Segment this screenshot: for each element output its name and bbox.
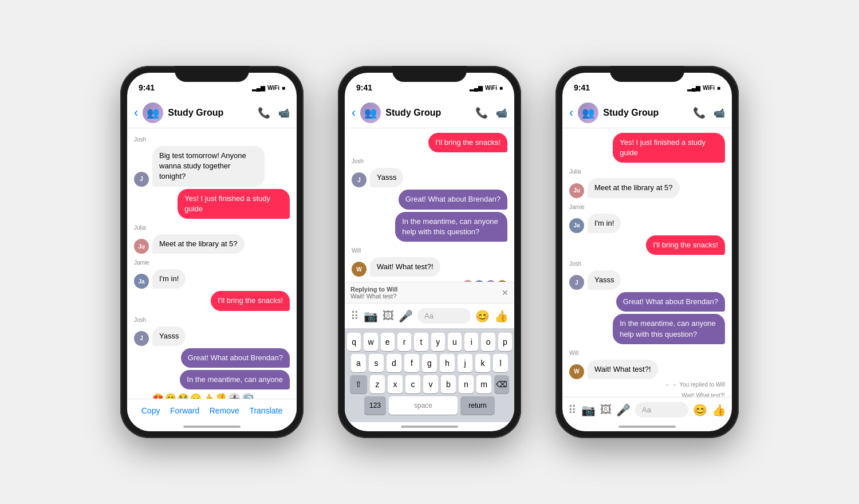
key-n[interactable]: n — [459, 375, 474, 393]
p3-bubble-3[interactable]: I'm in! — [588, 214, 621, 233]
p3-bubble-6a[interactable]: Great! What about Brendan? — [616, 292, 725, 312]
p2-bubble-2[interactable]: Yasss — [370, 168, 403, 187]
key-j[interactable]: j — [458, 354, 472, 372]
home-indicator-1 — [127, 422, 297, 431]
key-s[interactable]: s — [369, 354, 384, 372]
key-f[interactable]: f — [404, 354, 419, 372]
p3-sender-josh: Josh — [569, 261, 725, 267]
p3-msg-row-reply: ← ← You replied to Will Wait! What test?… — [569, 381, 725, 397]
emoji-icon-2[interactable]: 😊 — [475, 309, 490, 323]
camera-icon-2[interactable]: 📷 — [364, 309, 378, 323]
message-input-2[interactable]: Aa — [417, 308, 471, 324]
header-actions-1: 📞 📹 — [258, 107, 290, 119]
bubble-7a[interactable]: Great! What about Brendan? — [181, 348, 290, 368]
key-z[interactable]: z — [370, 375, 385, 393]
call-icon-2[interactable]: 📞 — [475, 107, 488, 119]
reaction-add[interactable]: ➕ — [228, 393, 241, 399]
key-h[interactable]: h — [440, 354, 455, 372]
key-i[interactable]: i — [464, 333, 478, 351]
key-o[interactable]: o — [481, 333, 495, 351]
bubble-2[interactable]: Yes! I just finished a study guide — [178, 189, 290, 219]
bubble-1[interactable]: Big test tomorrow! Anyone wanna study to… — [152, 146, 265, 187]
p2-msg-row-1: I'll bring the snacks! — [352, 133, 507, 152]
p3-bubble-1[interactable]: Yes! I just finished a study guide — [613, 133, 725, 163]
p3-bubble-5[interactable]: Yasss — [588, 270, 621, 290]
photo-icon-3[interactable]: 🖼 — [600, 403, 612, 416]
p2-bubble-will[interactable]: Wait! What test?! — [370, 257, 440, 277]
key-d[interactable]: d — [387, 354, 401, 372]
back-button-2[interactable]: ‹ — [352, 107, 356, 119]
header-actions-2: 📞 📹 — [475, 107, 507, 119]
key-q[interactable]: q — [347, 333, 361, 351]
key-b[interactable]: b — [441, 375, 456, 393]
notch-1 — [175, 66, 249, 82]
camera-icon-3[interactable]: 📷 — [581, 403, 596, 417]
p2-bubble-4[interactable]: In the meantime, can anyone help with th… — [395, 212, 507, 242]
key-v[interactable]: v — [423, 375, 438, 393]
key-c[interactable]: c — [405, 375, 420, 393]
p2-bubble-1[interactable]: I'll bring the snacks! — [428, 133, 507, 152]
mic-icon-2[interactable]: 🎤 — [399, 309, 413, 323]
key-r[interactable]: r — [397, 333, 411, 351]
key-y[interactable]: y — [431, 333, 445, 351]
key-k[interactable]: k — [475, 354, 490, 372]
key-space[interactable]: space — [389, 396, 458, 415]
chat-header-2: ‹ 👥 Study Group 📞 📹 — [345, 98, 514, 128]
chat-title-2: Study Group — [385, 108, 471, 118]
photo-icon-2[interactable]: 🖼 — [383, 309, 394, 322]
context-forward[interactable]: Forward — [170, 406, 199, 415]
video-icon-2[interactable]: 📹 — [496, 108, 507, 119]
context-copy[interactable]: Copy — [141, 406, 160, 415]
video-icon-1[interactable]: 📹 — [278, 108, 290, 119]
mic-icon-3[interactable]: 🎤 — [616, 403, 631, 417]
key-u[interactable]: u — [448, 333, 462, 351]
bubble-4[interactable]: I'm in! — [152, 269, 186, 289]
p2-sender-josh: Josh — [352, 158, 507, 164]
key-m[interactable]: m — [476, 375, 491, 393]
msg-avatar-josh-1: J — [134, 172, 149, 187]
call-icon-3[interactable]: 📞 — [693, 107, 706, 119]
messages-area-2: I'll bring the snacks! Josh J Yasss Grea… — [345, 128, 514, 282]
thumbs-up-icon-3[interactable]: 👍 — [712, 403, 726, 417]
key-delete[interactable]: ⌫ — [494, 375, 509, 393]
key-123[interactable]: 123 — [364, 396, 386, 415]
p2-sender-will: Will — [352, 247, 507, 254]
apps-icon-2[interactable]: ⠿ — [350, 309, 359, 323]
p3-bubble-will[interactable]: Wait! What test?! — [588, 360, 658, 379]
p3-avatar-jamie: Ja — [569, 218, 584, 233]
key-p[interactable]: p — [498, 333, 512, 351]
reply-close-button[interactable]: ✕ — [502, 288, 509, 297]
key-shift[interactable]: ⇧ — [350, 375, 367, 393]
reaction-emoji-4: 😠 — [190, 393, 202, 399]
bubble-7b[interactable]: In the meantime, can anyone — [180, 370, 290, 389]
apps-icon-3[interactable]: ⠿ — [568, 403, 577, 417]
reaction-reply[interactable]: ↩️ — [242, 393, 254, 399]
key-return[interactable]: return — [460, 396, 495, 415]
key-x[interactable]: x — [388, 375, 403, 393]
thumbs-up-icon-2[interactable]: 👍 — [494, 309, 509, 323]
call-icon-1[interactable]: 📞 — [258, 107, 270, 119]
back-button-1[interactable]: ‹ — [134, 107, 138, 119]
bubble-6[interactable]: Yasss — [152, 326, 186, 346]
video-icon-3[interactable]: 📹 — [714, 108, 725, 119]
context-remove[interactable]: Remove — [210, 406, 239, 415]
bubble-5[interactable]: I'll bring the snacks! — [211, 291, 290, 310]
p3-bubble-2[interactable]: Meet at the library at 5? — [588, 178, 680, 198]
emoji-icon-3[interactable]: 😊 — [693, 403, 707, 417]
key-t[interactable]: t — [414, 333, 428, 351]
back-button-3[interactable]: ‹ — [569, 107, 573, 119]
message-input-3[interactable]: Aa — [635, 402, 688, 418]
key-w[interactable]: w — [364, 333, 377, 351]
key-a[interactable]: a — [351, 354, 366, 372]
key-g[interactable]: g — [422, 354, 437, 372]
status-time-1: 9:41 — [139, 83, 155, 92]
p3-bubble-6b[interactable]: In the meantime, can anyone help with th… — [613, 314, 725, 344]
p3-bubble-4[interactable]: I'll bring the snacks! — [646, 235, 725, 255]
context-translate[interactable]: Translate — [249, 406, 282, 415]
reply-to-text: Wait! What test? — [350, 293, 502, 300]
key-e[interactable]: e — [381, 333, 395, 351]
p2-bubble-3[interactable]: Great! What about Brendan? — [399, 190, 507, 209]
status-icons-3: ▂▄▆ WiFi ■ — [687, 85, 720, 91]
key-l[interactable]: l — [493, 354, 508, 372]
bubble-3[interactable]: Meet at the library at 5? — [152, 234, 245, 254]
